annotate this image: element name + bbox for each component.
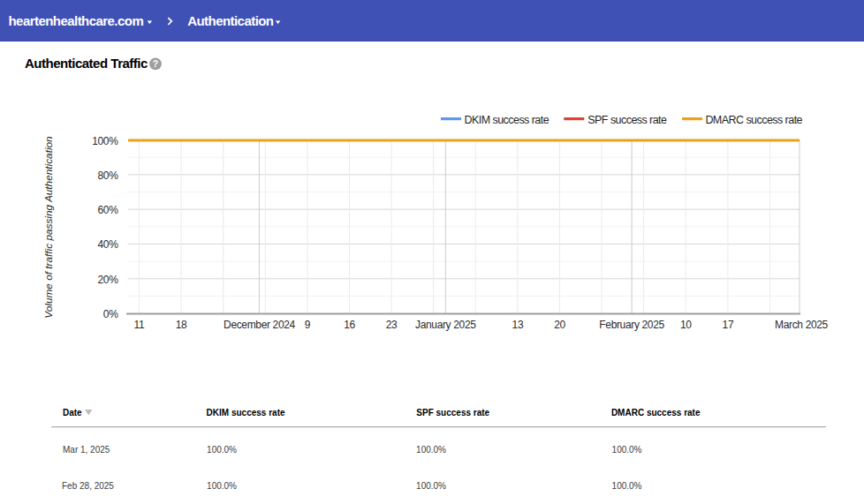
svg-text:17: 17: [723, 319, 734, 331]
svg-text:December 2024: December 2024: [224, 319, 296, 331]
svg-text:100.0%: 100.0%: [207, 481, 237, 491]
svg-text:11: 11: [134, 319, 145, 331]
svg-text:100.0%: 100.0%: [612, 481, 642, 491]
svg-text:SPF success rate: SPF success rate: [416, 408, 489, 417]
svg-text:Date: Date: [63, 408, 82, 417]
svg-text:?: ?: [153, 58, 158, 69]
svg-text:Feb 28, 2025: Feb 28, 2025: [62, 481, 114, 491]
svg-text:20%: 20%: [98, 274, 119, 286]
svg-text:9: 9: [305, 319, 311, 331]
svg-text:18: 18: [176, 319, 187, 331]
svg-text:March 2025: March 2025: [775, 319, 829, 331]
svg-text:heartenhealthcare.com: heartenhealthcare.com: [9, 13, 144, 28]
svg-text:10: 10: [680, 319, 692, 331]
svg-text:SPF success rate: SPF success rate: [587, 114, 667, 126]
svg-text:16: 16: [344, 319, 355, 331]
svg-text:100.0%: 100.0%: [612, 445, 642, 455]
svg-text:DKIM success rate: DKIM success rate: [465, 114, 549, 126]
svg-text:Authenticated Traffic: Authenticated Traffic: [25, 56, 148, 71]
svg-text:100.0%: 100.0%: [416, 481, 446, 491]
svg-text:DMARC success rate: DMARC success rate: [705, 114, 802, 126]
svg-text:DKIM success rate: DKIM success rate: [207, 408, 285, 417]
svg-text:100.0%: 100.0%: [416, 445, 446, 455]
svg-text:40%: 40%: [98, 238, 119, 251]
svg-text:Volume of traffic passing Auth: Volume of traffic passing Authentication: [42, 136, 55, 319]
svg-text:80%: 80%: [98, 169, 119, 182]
svg-text:60%: 60%: [98, 204, 119, 216]
svg-text:January 2025: January 2025: [415, 319, 476, 331]
svg-text:100.0%: 100.0%: [207, 445, 237, 455]
svg-text:100%: 100%: [92, 135, 118, 147]
svg-text:0%: 0%: [103, 308, 118, 320]
svg-text:DMARC success rate: DMARC success rate: [611, 408, 701, 417]
svg-text:13: 13: [512, 319, 524, 331]
svg-text:Mar 1, 2025: Mar 1, 2025: [63, 445, 110, 455]
svg-text:February 2025: February 2025: [599, 319, 664, 331]
svg-text:Authentication: Authentication: [187, 13, 274, 28]
svg-text:20: 20: [554, 319, 565, 331]
svg-text:23: 23: [386, 319, 398, 331]
